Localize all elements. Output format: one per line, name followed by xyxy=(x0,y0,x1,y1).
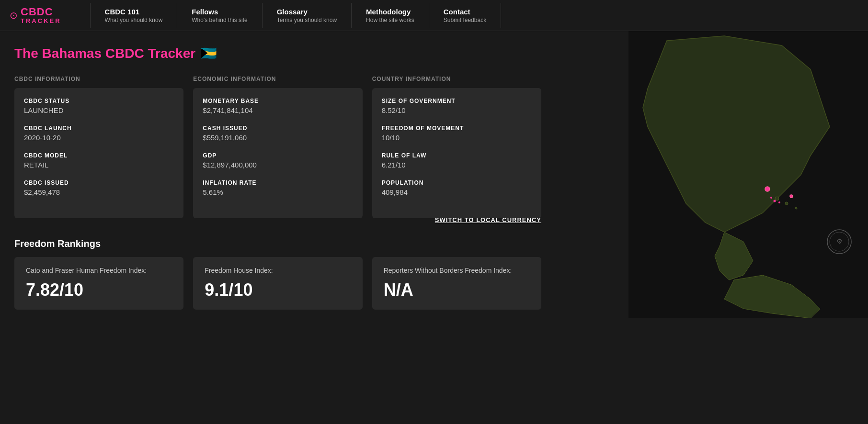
cbdc-issued-item: CBDC ISSUED $2,459,478 xyxy=(24,179,174,196)
size-of-govt-label: SIZE OF GOVERNMENT xyxy=(382,98,532,104)
cato-fraser-label: Cato and Fraser Human Freedom Index: xyxy=(26,267,172,274)
cbdc-info-section: CBDC INFORMATION CBDC STATUS LAUNCHED CB… xyxy=(14,76,183,206)
svg-point-6 xyxy=(827,230,851,254)
freedom-house-card: Freedom House Index: 9.1/10 xyxy=(193,257,362,310)
inflation-rate-value: 5.61% xyxy=(203,188,353,196)
svg-rect-0 xyxy=(628,31,868,318)
economic-info-section: ECONOMIC INFORMATION MONETARY BASE $2,74… xyxy=(193,76,362,206)
cbdc-model-label: CBDC MODEL xyxy=(24,152,174,159)
nav-item-glossary-subtitle: Terms you should know xyxy=(277,17,337,23)
nav-item-fellows-title: Fellows xyxy=(192,8,247,16)
monetary-base-label: MONETARY BASE xyxy=(203,98,353,104)
freedom-movement-value: 10/10 xyxy=(382,134,532,142)
cash-issued-item: CASH ISSUED $559,191,060 xyxy=(203,125,353,142)
gdp-value: $12,897,400,000 xyxy=(203,161,353,169)
svg-point-3 xyxy=(795,207,797,209)
cbdc-issued-label: CBDC ISSUED xyxy=(24,179,174,186)
nav-item-methodology[interactable]: Methodology How the site works xyxy=(351,3,429,28)
logo[interactable]: ⊙ CBDC TRACKER xyxy=(10,6,61,24)
gdp-label: GDP xyxy=(203,152,353,159)
freedom-section: Freedom Rankings Cato and Fraser Human F… xyxy=(14,238,541,310)
info-grid: CBDC INFORMATION CBDC STATUS LAUNCHED CB… xyxy=(14,76,541,206)
cbdc-issued-value: $2,459,478 xyxy=(24,188,174,196)
nav-item-methodology-title: Methodology xyxy=(366,8,414,16)
size-of-govt-item: SIZE OF GOVERNMENT 8.52/10 xyxy=(382,98,532,114)
nav-item-methodology-subtitle: How the site works xyxy=(366,17,414,23)
cash-issued-label: CASH ISSUED xyxy=(203,125,353,132)
monetary-base-value: $2,741,841,104 xyxy=(203,106,353,114)
rule-of-law-item: RULE OF LAW 6.21/10 xyxy=(382,152,532,169)
page-title-text: The Bahamas CBDC Tracker xyxy=(14,46,195,61)
cbdc-launch-value: 2020-10-20 xyxy=(24,134,174,142)
cbdc-status-label: CBDC STATUS xyxy=(24,98,174,104)
reporters-borders-card: Reporters Without Borders Freedom Index:… xyxy=(372,257,541,310)
cash-issued-value: $559,191,060 xyxy=(203,134,353,142)
nav-item-fellows-subtitle: Who's behind this site xyxy=(192,17,247,23)
cato-fraser-value: 7.82/10 xyxy=(26,280,172,300)
economic-info-card: MONETARY BASE $2,741,841,104 CASH ISSUED… xyxy=(193,88,362,218)
logo-cbdc: CBDC xyxy=(21,6,61,18)
freedom-house-value: 9.1/10 xyxy=(205,280,351,300)
freedom-house-label: Freedom House Index: xyxy=(205,267,351,274)
flag-emoji: 🇧🇸 xyxy=(200,45,217,61)
nav-item-contact-subtitle: Submit feedback xyxy=(444,17,486,23)
main-content: The Bahamas CBDC Tracker 🇧🇸 CBDC INFORMA… xyxy=(0,31,556,324)
switch-currency-button[interactable]: SWITCH TO LOCAL CURRENCY xyxy=(435,216,541,223)
economic-info-header: ECONOMIC INFORMATION xyxy=(193,76,362,82)
svg-point-5 xyxy=(765,187,770,191)
svg-point-7 xyxy=(830,232,849,251)
size-of-govt-value: 8.52/10 xyxy=(382,106,532,114)
cbdc-model-item: CBDC MODEL RETAIL xyxy=(24,152,174,169)
inflation-rate-label: INFLATION RATE xyxy=(203,179,353,186)
cbdc-status-value: LAUNCHED xyxy=(24,106,174,114)
cbdc-info-header: CBDC INFORMATION xyxy=(14,76,183,82)
cbdc-launch-label: CBDC LAUNCH xyxy=(24,125,174,132)
cbdc-launch-item: CBDC LAUNCH 2020-10-20 xyxy=(24,125,174,142)
nav-item-cbdc101[interactable]: CBDC 101 What you should know xyxy=(90,3,177,28)
svg-point-9 xyxy=(774,200,776,202)
svg-point-11 xyxy=(770,197,772,199)
cato-fraser-card: Cato and Fraser Human Freedom Index: 7.8… xyxy=(14,257,183,310)
svg-point-4 xyxy=(790,195,793,198)
reporters-borders-label: Reporters Without Borders Freedom Index: xyxy=(384,267,530,274)
rule-of-law-label: RULE OF LAW xyxy=(382,152,532,159)
navigation: ⊙ CBDC TRACKER CBDC 101 What you should … xyxy=(0,0,868,31)
svg-text:⚙: ⚙ xyxy=(836,237,843,245)
nav-item-fellows[interactable]: Fellows Who's behind this site xyxy=(177,3,262,28)
cbdc-info-card: CBDC STATUS LAUNCHED CBDC LAUNCH 2020-10… xyxy=(14,88,183,218)
inflation-rate-item: INFLATION RATE 5.61% xyxy=(203,179,353,196)
nav-item-contact-title: Contact xyxy=(444,8,486,16)
country-info-section: COUNTRY INFORMATION SIZE OF GOVERNMENT 8… xyxy=(372,76,541,206)
nav-item-glossary-title: Glossary xyxy=(277,8,337,16)
freedom-cards: Cato and Fraser Human Freedom Index: 7.8… xyxy=(14,257,541,310)
svg-point-2 xyxy=(785,202,788,205)
reporters-borders-value: N/A xyxy=(384,280,530,300)
freedom-movement-label: FREEDOM OF MOVEMENT xyxy=(382,125,532,132)
freedom-title: Freedom Rankings xyxy=(14,238,541,249)
monetary-base-item: MONETARY BASE $2,741,841,104 xyxy=(203,98,353,114)
cbdc-model-value: RETAIL xyxy=(24,161,174,169)
rule-of-law-value: 6.21/10 xyxy=(382,161,532,169)
map-background: ⚙ xyxy=(628,31,868,318)
nav-item-cbdc101-title: CBDC 101 xyxy=(105,8,163,16)
gdp-item: GDP $12,897,400,000 xyxy=(203,152,353,169)
cbdc-status-item: CBDC STATUS LAUNCHED xyxy=(24,98,174,114)
population-item: POPULATION 409,984 xyxy=(382,179,532,196)
population-label: POPULATION xyxy=(382,179,532,186)
svg-point-10 xyxy=(778,201,780,203)
nav-item-contact[interactable]: Contact Submit feedback xyxy=(429,3,501,28)
svg-point-1 xyxy=(775,197,779,201)
country-info-card: SIZE OF GOVERNMENT 8.52/10 FREEDOM OF MO… xyxy=(372,88,541,218)
nav-items: CBDC 101 What you should know Fellows Wh… xyxy=(90,3,502,28)
freedom-movement-item: FREEDOM OF MOVEMENT 10/10 xyxy=(382,125,532,142)
page-title: The Bahamas CBDC Tracker 🇧🇸 xyxy=(14,45,541,61)
nav-item-cbdc101-subtitle: What you should know xyxy=(105,17,163,23)
nav-item-glossary[interactable]: Glossary Terms you should know xyxy=(262,3,351,28)
logo-icon: ⊙ xyxy=(10,10,18,21)
population-value: 409,984 xyxy=(382,188,532,196)
country-info-header: COUNTRY INFORMATION xyxy=(372,76,541,82)
logo-tracker: TRACKER xyxy=(21,18,61,24)
